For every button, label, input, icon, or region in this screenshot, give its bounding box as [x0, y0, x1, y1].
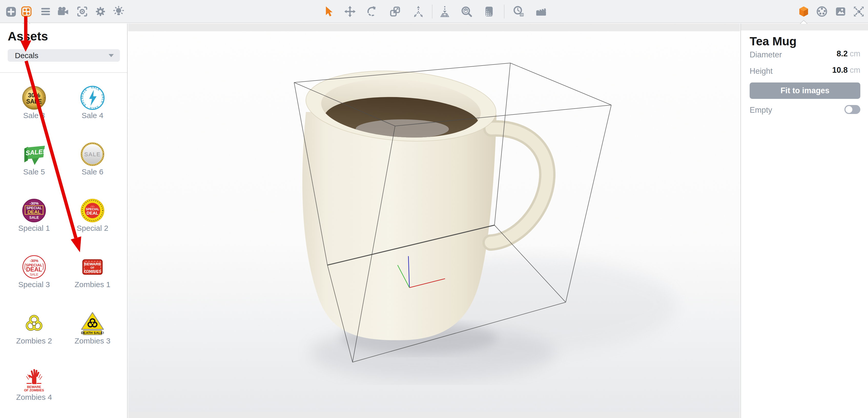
empty-label: Empty: [750, 105, 772, 115]
drop-to-floor-icon: [439, 5, 451, 18]
decal-sale-4[interactable]: SALE · SALE · SALE · SALE · SALE ·: [80, 86, 105, 110]
svg-text:DEAL: DEAL: [27, 209, 41, 215]
rotate-tool-button[interactable]: [364, 4, 379, 19]
toggle-knob: [845, 106, 852, 113]
drop-to-floor-button[interactable]: [437, 4, 452, 19]
assets-library-button[interactable]: [19, 4, 34, 19]
rotate-arrow-icon: [366, 5, 378, 18]
object-title: Tea Mug: [750, 34, 797, 48]
decal-label[interactable]: Zombies 4: [6, 393, 62, 401]
height-value[interactable]: 10.8cm: [832, 66, 860, 75]
decal-art-special-2: SPECIAL DEAL: [80, 198, 105, 223]
viewport-3d[interactable]: [128, 24, 740, 418]
decal-zombies-3[interactable]: DEATH SALE!: [80, 311, 105, 335]
decal-art-sale-4: SALE · SALE · SALE · SALE · SALE ·: [80, 86, 105, 110]
decal-art-sale-3: 30% SALE: [22, 86, 46, 110]
texture-page-button[interactable]: [482, 4, 497, 19]
preview-object-button[interactable]: [459, 4, 474, 19]
decal-label[interactable]: Sale 5: [6, 167, 62, 176]
decal-label[interactable]: Zombies 1: [64, 280, 121, 289]
decal-label[interactable]: Special 2: [64, 224, 121, 232]
decal-art-special-3: -30% SPECIAL DEAL SALE: [22, 255, 46, 279]
decal-special-3[interactable]: -30% SPECIAL DEAL SALE: [22, 255, 46, 279]
lighting-button[interactable]: [111, 4, 126, 19]
assets-panel-notch: [23, 20, 30, 24]
magnifier-cube-icon: [460, 5, 473, 18]
decal-sale-5[interactable]: SALE!: [22, 142, 46, 166]
clapperboard-icon: [535, 5, 547, 18]
select-tool-button[interactable]: [321, 4, 336, 19]
cursor-icon: [322, 5, 335, 18]
assets-title: Assets: [8, 29, 48, 43]
scene-tree-button[interactable]: [38, 4, 53, 19]
svg-text:SALE: SALE: [29, 216, 39, 220]
app-window: Assets Decals 30% SALE Sale 3: [0, 0, 868, 418]
svg-text:30%: 30%: [28, 92, 40, 99]
distribute-tool-button[interactable]: [411, 4, 426, 19]
diameter-label: Diameter: [750, 50, 782, 59]
decal-label[interactable]: Sale 6: [64, 167, 121, 176]
fit-to-images-button[interactable]: Fit to images: [750, 83, 860, 99]
decal-art-zombies-1: BEWARE OF ZOMBIES: [80, 255, 105, 279]
decal-special-1[interactable]: -30% SPECIAL DEAL SALE: [22, 198, 46, 223]
expand-arrows-cube-icon: [852, 5, 865, 18]
decal-art-sale-6: SALE: [80, 142, 105, 166]
add-object-button[interactable]: [4, 4, 19, 19]
decal-label[interactable]: Special 3: [6, 280, 62, 289]
time-tool-button[interactable]: [512, 4, 526, 19]
toolbar: [0, 0, 868, 23]
property-row-height: Height 10.8cm: [750, 66, 860, 76]
decal-special-2[interactable]: SPECIAL DEAL: [80, 198, 105, 223]
focus-frame-icon: [76, 5, 88, 18]
inspector-panel: Tea Mug Diameter 8.2cm Height 10.8cm Fit…: [740, 24, 868, 418]
geometry-panel-button[interactable]: [796, 4, 811, 19]
distribute-arrows-icon: [412, 5, 425, 18]
decal-art-zombies-2-biohazard: [22, 311, 46, 335]
decal-label[interactable]: Sale 3: [6, 111, 62, 120]
fit-view-button[interactable]: [851, 4, 866, 19]
decal-sale-6[interactable]: SALE: [80, 142, 105, 166]
decal-sale-3[interactable]: 30% SALE: [22, 86, 46, 110]
move-arrows-icon: [344, 5, 356, 18]
diameter-value[interactable]: 8.2cm: [837, 49, 860, 58]
snapshot-button[interactable]: [75, 4, 90, 19]
svg-text:SALE: SALE: [84, 151, 101, 158]
image-icon: [834, 5, 847, 18]
property-row-diameter: Diameter 8.2cm: [750, 49, 860, 59]
decal-label[interactable]: Zombies 3: [64, 336, 121, 345]
decals-category-select[interactable]: Decals: [8, 49, 120, 62]
svg-text:DEAL: DEAL: [26, 266, 42, 273]
materials-panel-button[interactable]: [814, 4, 829, 19]
animation-button[interactable]: [534, 4, 549, 19]
assets-panel: Assets Decals 30% SALE Sale 3: [0, 24, 128, 418]
scale-icon: [389, 5, 401, 18]
viewport-scene: [128, 24, 740, 418]
geometry-panel-notch: [800, 20, 808, 24]
checkered-sphere-icon: [816, 5, 828, 18]
decal-label[interactable]: Sale 4: [64, 111, 121, 120]
inspector-top-band: [741, 24, 868, 30]
decal-label[interactable]: Zombies 2: [6, 336, 62, 345]
settings-button[interactable]: [93, 4, 108, 19]
decal-zombies-1[interactable]: BEWARE OF ZOMBIES: [80, 255, 105, 279]
svg-text:-30%: -30%: [30, 259, 38, 263]
scale-tool-button[interactable]: [388, 4, 402, 19]
decal-art-zombies-3: DEATH SALE!: [80, 311, 105, 335]
empty-toggle-row: Empty: [750, 105, 860, 115]
toolbar-separator: [432, 5, 432, 19]
decal-label[interactable]: Special 1: [6, 224, 62, 232]
svg-text:OF ZOMBIES: OF ZOMBIES: [24, 389, 44, 392]
render-camera-button[interactable]: [56, 4, 70, 19]
svg-text:SALE: SALE: [30, 272, 38, 276]
svg-text:BEWARE: BEWARE: [27, 385, 41, 389]
environment-panel-button[interactable]: [833, 4, 848, 19]
height-label: Height: [750, 67, 773, 76]
decal-zombies-4[interactable]: BEWARE OF ZOMBIES: [22, 367, 46, 392]
decal-art-special-1: -30% SPECIAL DEAL SALE: [22, 198, 46, 223]
decals-category-value: Decals: [15, 51, 108, 60]
svg-text:SALE: SALE: [26, 98, 42, 105]
decal-art-zombies-4-hand: BEWARE OF ZOMBIES: [22, 367, 46, 392]
move-tool-button[interactable]: [343, 4, 358, 19]
decal-zombies-2[interactable]: [22, 311, 46, 335]
empty-toggle[interactable]: [844, 105, 860, 114]
